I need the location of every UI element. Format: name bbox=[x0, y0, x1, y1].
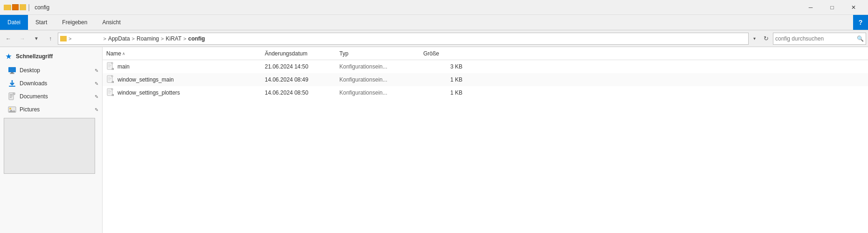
address-bar[interactable]: > > AppData > Roaming > KiRAT > config bbox=[58, 33, 749, 45]
svg-rect-0 bbox=[8, 67, 16, 72]
tab-datei[interactable]: Datei bbox=[0, 15, 28, 30]
sidebar-item-downloads[interactable]: Downloads ✎ bbox=[0, 77, 102, 90]
svg-rect-30 bbox=[108, 93, 110, 93]
downloads-pin-icon: ✎ bbox=[95, 81, 98, 86]
help-button[interactable]: ? bbox=[853, 15, 868, 30]
back-button[interactable]: ← bbox=[2, 32, 15, 45]
svg-rect-18 bbox=[112, 69, 113, 69]
pictures-pin-icon: ✎ bbox=[95, 107, 98, 112]
file-type-cell: Konfigurationsein... bbox=[339, 89, 423, 96]
file-name-window-plotters: window_settings_plotters bbox=[117, 89, 180, 96]
file-date-cell: 14.06.2024 08:49 bbox=[265, 76, 339, 83]
address-kirat: KiRAT bbox=[165, 35, 181, 42]
recent-button[interactable]: ▼ bbox=[30, 32, 43, 45]
column-header-row: Name ∧ Änderungsdatum Typ Größe bbox=[103, 47, 868, 60]
config-file-icon bbox=[106, 88, 115, 98]
sidebar-item-desktop[interactable]: Desktop ✎ bbox=[0, 64, 102, 77]
documents-label: Documents bbox=[20, 93, 93, 100]
downloads-icon bbox=[7, 79, 17, 88]
svg-rect-28 bbox=[108, 90, 110, 90]
file-name-main: main bbox=[117, 63, 130, 70]
documents-icon bbox=[7, 92, 17, 101]
sort-arrow-icon: ∧ bbox=[122, 51, 125, 56]
toolbar-icon2 bbox=[12, 4, 19, 10]
svg-point-11 bbox=[9, 108, 11, 110]
svg-rect-29 bbox=[108, 91, 111, 92]
file-name-window-main: window_settings_main bbox=[117, 76, 174, 83]
schnellzugriff-label: Schnellzugriff bbox=[16, 53, 53, 60]
sidebar-preview-pane bbox=[4, 118, 95, 174]
file-name-cell: window_settings_plotters bbox=[106, 88, 265, 98]
config-file-icon bbox=[106, 62, 115, 72]
tab-freigeben[interactable]: Freigeben bbox=[55, 15, 95, 30]
up-button[interactable]: ↑ bbox=[44, 32, 57, 45]
address-sep1: > bbox=[103, 36, 106, 41]
file-type-cell: Konfigurationsein... bbox=[339, 76, 423, 83]
address-roaming: Roaming bbox=[137, 35, 159, 42]
main-area: ★ Schnellzugriff Desktop ✎ Downloads ✎ D… bbox=[0, 47, 868, 233]
desktop-icon bbox=[7, 66, 17, 75]
svg-rect-19 bbox=[112, 69, 113, 69]
forward-button[interactable]: → bbox=[16, 32, 29, 45]
svg-rect-16 bbox=[108, 67, 110, 67]
file-size-cell: 3 KB bbox=[423, 63, 470, 70]
address-dropdown-button[interactable]: ▾ bbox=[750, 33, 759, 45]
svg-rect-7 bbox=[10, 96, 13, 96]
column-size-header[interactable]: Größe bbox=[423, 50, 470, 57]
file-name-cell: window_settings_main bbox=[106, 75, 265, 85]
desktop-pin-icon: ✎ bbox=[95, 68, 98, 73]
search-input[interactable] bbox=[775, 35, 855, 42]
config-file-icon bbox=[106, 75, 115, 85]
svg-rect-15 bbox=[108, 65, 111, 66]
svg-rect-25 bbox=[112, 82, 113, 82]
file-date-cell: 21.06.2024 14:50 bbox=[265, 63, 339, 70]
svg-rect-21 bbox=[108, 77, 110, 77]
svg-rect-14 bbox=[108, 64, 110, 64]
svg-rect-2 bbox=[10, 73, 14, 74]
svg-rect-22 bbox=[108, 78, 111, 79]
address-bar-row: ← → ▼ ↑ > > AppData > Roaming > KiRAT > … bbox=[0, 30, 868, 47]
pictures-icon bbox=[7, 105, 17, 114]
address-editable-segment[interactable] bbox=[73, 35, 101, 42]
sidebar-item-documents[interactable]: Documents ✎ bbox=[0, 90, 102, 103]
file-date-cell: 14.06.2024 08:50 bbox=[265, 89, 339, 96]
sidebar-schnellzugriff-header[interactable]: ★ Schnellzugriff bbox=[0, 49, 102, 64]
refresh-button[interactable]: ↻ bbox=[760, 33, 772, 45]
table-row[interactable]: window_settings_plotters 14.06.2024 08:5… bbox=[103, 86, 868, 99]
column-type-header[interactable]: Typ bbox=[339, 50, 423, 57]
table-row[interactable]: window_settings_main 14.06.2024 08:49 Ko… bbox=[103, 73, 868, 86]
folder-small-icon bbox=[60, 36, 67, 41]
column-name-header[interactable]: Name ∧ bbox=[106, 50, 265, 57]
maximize-button[interactable]: □ bbox=[821, 0, 843, 15]
toolbar-icon3 bbox=[20, 4, 26, 10]
file-name-cell: main bbox=[106, 62, 265, 72]
svg-rect-33 bbox=[112, 95, 113, 96]
title-bar-left: | config bbox=[4, 3, 49, 12]
minimize-button[interactable]: ─ bbox=[800, 0, 821, 15]
svg-rect-1 bbox=[11, 72, 14, 73]
title-bar: | config ─ □ ✕ bbox=[0, 0, 868, 15]
svg-rect-23 bbox=[108, 80, 110, 80]
address-appdata: AppData bbox=[108, 35, 130, 42]
file-size-cell: 1 KB bbox=[423, 76, 470, 83]
sidebar-item-pictures[interactable]: Pictures ✎ bbox=[0, 103, 102, 116]
address-config: config bbox=[188, 35, 205, 42]
address-separator: > bbox=[69, 36, 71, 41]
title-bar-controls: ─ □ ✕ bbox=[800, 0, 864, 15]
ribbon: Datei Start Freigeben Ansicht ? bbox=[0, 15, 868, 30]
toolbar-separator: | bbox=[28, 3, 30, 12]
column-date-header[interactable]: Änderungsdatum bbox=[265, 50, 339, 57]
table-row[interactable]: main 21.06.2024 14:50 Konfigurationsein.… bbox=[103, 60, 868, 73]
svg-rect-8 bbox=[10, 97, 12, 98]
tab-ansicht[interactable]: Ansicht bbox=[95, 15, 128, 30]
title-bar-title: config bbox=[34, 4, 49, 11]
tab-start[interactable]: Start bbox=[28, 15, 55, 30]
address-sep3: > bbox=[161, 36, 164, 41]
file-list: main 21.06.2024 14:50 Konfigurationsein.… bbox=[103, 60, 868, 233]
toolbar-folder-icon bbox=[4, 5, 11, 10]
search-box[interactable]: 🔍 bbox=[773, 33, 866, 45]
svg-rect-4 bbox=[9, 86, 15, 87]
close-button[interactable]: ✕ bbox=[843, 0, 864, 15]
documents-pin-icon: ✎ bbox=[95, 94, 98, 99]
svg-rect-6 bbox=[10, 94, 13, 95]
